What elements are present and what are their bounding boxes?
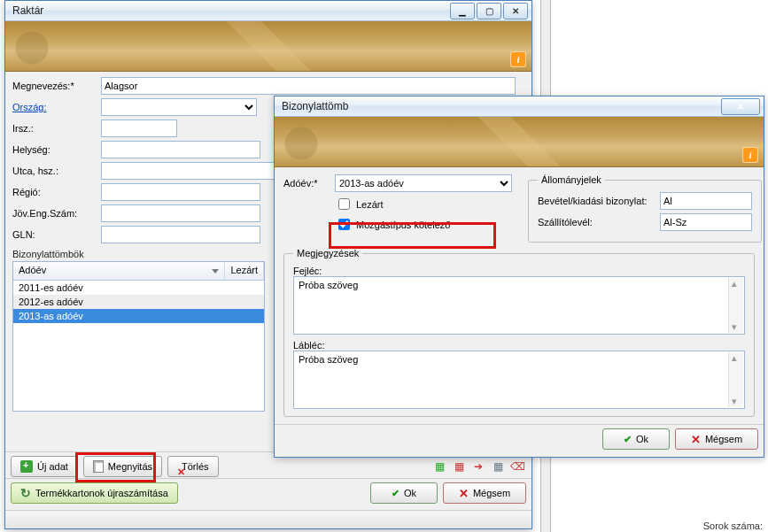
label-gln: GLN: (12, 229, 101, 240)
label-irsz: Irsz.: (12, 123, 101, 134)
x-icon: ✕ (691, 433, 701, 446)
checkbox-mozgas[interactable] (338, 219, 350, 230)
select-orszag[interactable] (101, 98, 257, 116)
ok-button-label: Ok (404, 488, 416, 498)
open-button-label: Megnyitás (108, 461, 152, 472)
ribbon-banner: i (5, 21, 531, 72)
mini-toolbar: ▦ ▦ ➔ ▦ ⌫ (431, 457, 526, 476)
titlebar-raktar[interactable]: Raktár ▁ ▢ ✕ (5, 1, 531, 21)
scrollbar[interactable] (728, 278, 743, 333)
recalc-button[interactable]: ↻ Termékkartonok újraszámítása (11, 482, 178, 504)
window-title-biz: Bizonylattömb (282, 100, 719, 112)
cell: 2013-as adóév (19, 311, 83, 321)
link-orszag[interactable]: Ország: (12, 102, 47, 112)
window-title: Raktár (12, 4, 448, 17)
ok-button-biz[interactable]: ✔ Ok (602, 428, 670, 450)
status-row-count: Sorok száma: (703, 520, 763, 531)
textarea-fejlec-text: Próba szöveg (299, 280, 358, 290)
mini-grid-icon[interactable]: ▦ (491, 459, 505, 474)
fieldset-allomany: Állományjelek Bevétel/kiadási bizonylat:… (528, 174, 762, 243)
cancel-button[interactable]: ✕ Mégsem (443, 482, 526, 504)
input-szall[interactable] (660, 213, 752, 231)
ribbon-banner-biz: i (275, 117, 764, 167)
plus-icon (20, 460, 33, 473)
label-regio: Régió: (12, 187, 101, 197)
cell: 2012-es adóév (19, 297, 83, 307)
close-button-biz[interactable]: ✕ (721, 98, 760, 115)
delete-button[interactable]: Törlés (167, 456, 219, 477)
open-button[interactable]: Megnyitás (83, 456, 162, 477)
close-button[interactable]: ✕ (503, 3, 528, 19)
input-megnevezes[interactable] (101, 77, 516, 95)
open-icon (93, 460, 104, 473)
col-lezart[interactable]: Lezárt (225, 262, 264, 280)
checkbox-lezart-label: Lezárt (356, 199, 384, 210)
label-bevkiad: Bevétel/kiadási bizonylat: (538, 196, 660, 206)
table-row[interactable]: 2011-es adóév (13, 281, 264, 295)
info-icon[interactable]: i (742, 147, 758, 163)
cell: 2011-es adóév (19, 282, 83, 293)
scrollbar[interactable] (728, 352, 743, 407)
cancel-button-biz[interactable]: ✕ Mégsem (675, 428, 758, 450)
x-icon: ✕ (459, 487, 469, 500)
check-icon: ✔ (624, 434, 632, 445)
maximize-button[interactable]: ▢ (477, 3, 501, 19)
input-helyseg[interactable] (101, 141, 260, 158)
new-button[interactable]: Új adat (11, 456, 78, 477)
table-row[interactable]: 2012-es adóév (13, 295, 264, 309)
statusbar-raktar (5, 510, 531, 528)
textarea-lablec[interactable]: Próba szöveg (293, 351, 745, 409)
col-adoev-label: Adóév (19, 265, 46, 275)
label-adoev: Adóév:* (283, 178, 335, 189)
legend-megj: Megjegyzések (293, 248, 362, 258)
mini-remove-icon[interactable]: ▦ (452, 459, 466, 474)
label-szall: Szállítólevél: (538, 217, 660, 227)
new-button-label: Új adat (37, 461, 68, 472)
label-lablec: Lábléc: (293, 340, 745, 351)
titlebar-biz[interactable]: Bizonylattömb ✕ (275, 96, 764, 117)
label-helyseg: Helység: (12, 144, 101, 155)
checkbox-lezart[interactable] (338, 198, 350, 210)
textarea-fejlec[interactable]: Próba szöveg (293, 276, 745, 335)
delete-button-label: Törlés (182, 461, 209, 472)
cancel-button-label: Mégsem (473, 488, 510, 498)
window-bizonylattomb: Bizonylattömb ✕ i Adóév:* 2013-as adóév … (274, 96, 764, 458)
mini-right-icon[interactable]: ➔ (471, 459, 485, 474)
label-utca: Utca, hsz.: (12, 166, 101, 176)
input-gln[interactable] (101, 226, 260, 243)
col-adoev[interactable]: Adóév (13, 262, 225, 280)
refresh-icon: ↻ (20, 486, 31, 500)
info-icon[interactable]: i (510, 51, 526, 67)
input-irsz[interactable] (101, 120, 177, 137)
input-regio[interactable] (101, 183, 260, 201)
check-icon: ✔ (392, 488, 400, 499)
checkbox-mozgas-label: Mozgástípus kötelező (356, 220, 450, 230)
grid-bizonylattombok[interactable]: Adóév Lezárt 2011-es adóév 2012-es adóév… (12, 261, 265, 412)
recalc-button-label: Termékkartonok újraszámítása (35, 488, 168, 498)
sort-down-icon (212, 269, 219, 274)
cancel-button-label: Mégsem (705, 434, 742, 444)
input-bevkiad[interactable] (660, 192, 752, 210)
mini-clear-icon[interactable]: ⌫ (510, 459, 524, 474)
legend-allomany: Állományjelek (538, 174, 605, 185)
ok-button[interactable]: ✔ Ok (370, 482, 438, 504)
textarea-lablec-text: Próba szöveg (299, 354, 358, 365)
ok-button-label: Ok (636, 434, 648, 444)
label-jov: Jöv.Eng.Szám: (12, 208, 101, 219)
fieldset-megj: Megjegyzések Fejléc: Próba szöveg Lábléc… (283, 248, 755, 417)
mini-add-icon[interactable]: ▦ (432, 459, 446, 474)
input-jov[interactable] (101, 204, 260, 222)
label-megnevezes: Megnevezés:* (12, 81, 101, 91)
minimize-button[interactable]: ▁ (450, 3, 475, 19)
label-fejlec: Fejléc: (293, 266, 745, 276)
select-adoev[interactable]: 2013-as adóév (335, 174, 512, 192)
table-row[interactable]: 2013-as adóév (13, 309, 264, 323)
